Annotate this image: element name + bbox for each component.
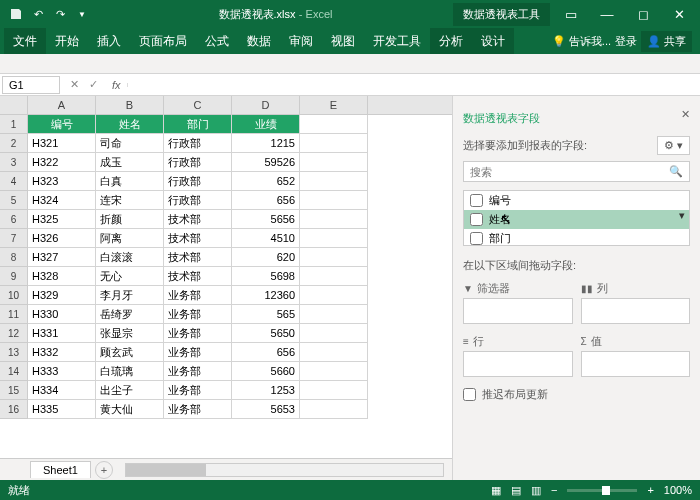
maximize-icon[interactable]: ◻ [626,4,660,24]
cell[interactable]: 1215 [232,134,300,153]
cell[interactable]: 黄大仙 [96,400,164,419]
cell[interactable] [300,229,368,248]
table-header-cell[interactable]: 部门 [164,115,232,134]
cell[interactable]: 业务部 [164,400,232,419]
cell[interactable]: 技术部 [164,267,232,286]
cell[interactable]: 成玉 [96,153,164,172]
cell[interactable]: 业务部 [164,305,232,324]
cell[interactable] [300,362,368,381]
cell[interactable]: H321 [28,134,96,153]
cell[interactable]: H330 [28,305,96,324]
col-header[interactable]: D [232,96,300,114]
cell[interactable]: 59526 [232,153,300,172]
cell[interactable]: 连宋 [96,191,164,210]
values-drop[interactable] [581,351,691,377]
cell[interactable]: 技术部 [164,248,232,267]
zoom-slider[interactable] [567,489,637,492]
cell[interactable]: H322 [28,153,96,172]
tab-layout[interactable]: 页面布局 [130,28,196,55]
tab-formulas[interactable]: 公式 [196,28,238,55]
cell[interactable]: H335 [28,400,96,419]
tab-home[interactable]: 开始 [46,28,88,55]
filter-drop[interactable] [463,298,573,324]
add-sheet-icon[interactable]: + [95,461,113,479]
cell[interactable]: 5698 [232,267,300,286]
row-header[interactable]: 16 [0,400,28,419]
tab-developer[interactable]: 开发工具 [364,28,430,55]
col-header[interactable]: E [300,96,368,114]
cell[interactable]: 折颜 [96,210,164,229]
tab-data[interactable]: 数据 [238,28,280,55]
row-header[interactable]: 9 [0,267,28,286]
col-header[interactable]: C [164,96,232,114]
table-header-cell[interactable]: 业绩 [232,115,300,134]
cell[interactable] [300,248,368,267]
field-item[interactable]: 姓名 [464,210,689,229]
cell[interactable]: 565 [232,305,300,324]
row-header[interactable]: 1 [0,115,28,134]
pane-close-icon[interactable]: ✕ [681,108,690,121]
cell[interactable] [300,172,368,191]
login-link[interactable]: 登录 [615,34,637,49]
cell[interactable]: 业务部 [164,343,232,362]
cell[interactable]: H327 [28,248,96,267]
col-header[interactable]: B [96,96,164,114]
defer-checkbox[interactable] [463,388,476,401]
cell[interactable]: 阿离 [96,229,164,248]
zoom-level[interactable]: 100% [664,484,692,496]
cell[interactable]: 技术部 [164,210,232,229]
cell[interactable]: 顾玄武 [96,343,164,362]
cell[interactable]: 张显宗 [96,324,164,343]
row-header[interactable]: 12 [0,324,28,343]
cell[interactable]: 4510 [232,229,300,248]
row-header[interactable]: 7 [0,229,28,248]
cell[interactable]: 白滚滚 [96,248,164,267]
cell[interactable]: 业务部 [164,381,232,400]
rows-drop[interactable] [463,351,573,377]
cell[interactable] [300,267,368,286]
cell[interactable]: 白真 [96,172,164,191]
cell[interactable]: H326 [28,229,96,248]
row-header[interactable]: 8 [0,248,28,267]
redo-icon[interactable]: ↷ [52,6,68,22]
cell[interactable] [300,191,368,210]
sheet-tab[interactable]: Sheet1 [30,461,91,478]
cell[interactable]: 业务部 [164,286,232,305]
tab-analyze[interactable]: 分析 [430,28,472,55]
chevron-down-icon[interactable]: ▾ [679,209,685,222]
select-all-corner[interactable] [0,96,28,114]
cell[interactable]: 业务部 [164,362,232,381]
formula-input[interactable] [127,83,700,87]
share-button[interactable]: 👤 共享 [641,31,692,52]
tab-design[interactable]: 设计 [472,28,514,55]
cell[interactable] [300,115,368,134]
row-header[interactable]: 13 [0,343,28,362]
view-normal-icon[interactable]: ▦ [491,484,501,497]
cell[interactable]: 5650 [232,324,300,343]
tab-file[interactable]: 文件 [4,28,46,55]
tab-review[interactable]: 审阅 [280,28,322,55]
zoom-out-icon[interactable]: − [551,484,557,496]
cell[interactable] [300,210,368,229]
col-header[interactable]: A [28,96,96,114]
view-layout-icon[interactable]: ▤ [511,484,521,497]
cell[interactable] [300,153,368,172]
cell[interactable]: H333 [28,362,96,381]
cell[interactable] [300,134,368,153]
cell[interactable]: 656 [232,191,300,210]
cell[interactable]: 620 [232,248,300,267]
cell[interactable]: 司命 [96,134,164,153]
cell[interactable]: 1253 [232,381,300,400]
cell[interactable]: 白琉璃 [96,362,164,381]
cell[interactable]: 12360 [232,286,300,305]
cell[interactable]: 业务部 [164,324,232,343]
ribbon-options-icon[interactable]: ▭ [554,4,588,24]
table-header-cell[interactable]: 姓名 [96,115,164,134]
cell[interactable]: H324 [28,191,96,210]
cell[interactable] [300,400,368,419]
cell[interactable] [300,305,368,324]
field-list[interactable]: 编号 姓名 部门 ↖ ▾ [463,190,690,246]
row-header[interactable]: 15 [0,381,28,400]
save-icon[interactable] [8,6,24,22]
cell[interactable]: 5656 [232,210,300,229]
